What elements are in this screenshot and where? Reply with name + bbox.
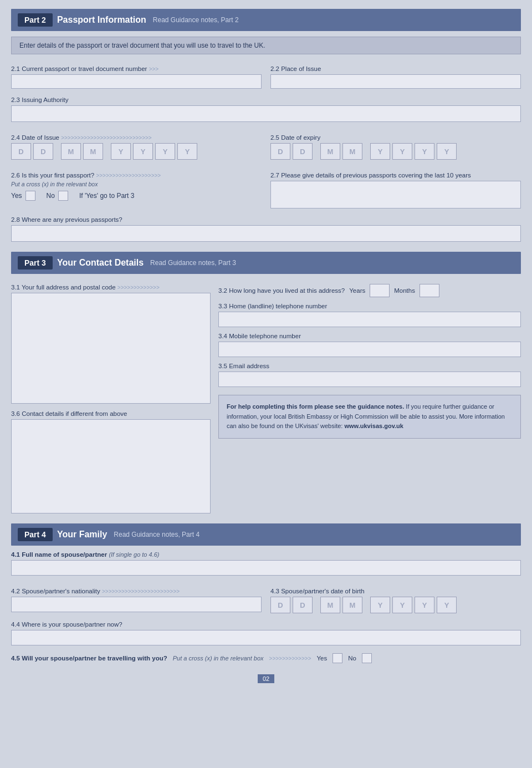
date-y4-2-4[interactable]: Y — [177, 143, 197, 160]
field-2-5-label: 2.5 Date of expiry — [270, 134, 521, 141]
arrows-4-5: >>>>>>>>>>>>> — [269, 655, 311, 662]
part4-badge: Part 4 — [18, 528, 53, 541]
field-3-2-row: 3.2 How long have you lived at this addr… — [218, 284, 521, 297]
part3-guidance: Read Guidance notes, Part 3 — [150, 259, 236, 267]
page-number: 02 — [258, 674, 274, 683]
date-d1-2-5[interactable]: D — [270, 143, 290, 160]
field-4-3-container: 4.3 Spouse/partner's date of birth D D M… — [270, 583, 521, 613]
input-4-2[interactable] — [11, 597, 262, 612]
no-label-2-6: No — [47, 192, 55, 200]
field-4-5-italic: Put a cross (x) in the relevant box — [173, 655, 264, 662]
date-m2-4-3[interactable]: M — [342, 597, 362, 613]
field-4-1-label: 4.1 Full name of spouse/partner (If sing… — [11, 551, 521, 558]
field-2-3-container: 2.3 Issuing Authority — [11, 96, 521, 122]
date-4-3: D D M M Y Y Y Y — [270, 597, 521, 613]
input-2-7[interactable] — [270, 181, 521, 208]
checkbox-row-2-6: Yes No If 'Yes' go to Part 3 — [11, 191, 262, 201]
field-2-4-container: 2.4 Date of Issue >>>>>>>>>>>>>>>>>>>>>>… — [11, 130, 262, 160]
field-4-5-container: 4.5 Will your spouse/partner be travelli… — [11, 653, 521, 663]
field-2-6-label: 2.6 Is this your first passport? >>>>>>>… — [11, 172, 262, 179]
field-2-1-container: 2.1 Current passport or travel document … — [11, 61, 262, 89]
field-4-4-container: 4.4 Where is your spouse/partner now? — [11, 621, 521, 645]
date-d2-4-3[interactable]: D — [293, 597, 313, 613]
input-3-1[interactable] — [11, 293, 211, 404]
page-number-container: 02 — [11, 674, 521, 683]
part3-title: Your Contact Details — [57, 258, 144, 268]
date-d1-4-3[interactable]: D — [270, 597, 290, 613]
date-y1-2-5[interactable]: Y — [370, 143, 390, 160]
field-3-3-label: 3.3 Home (landline) telephone number — [218, 303, 521, 309]
yes-checkbox-item: Yes — [11, 191, 35, 201]
field-2-3-label: 2.3 Issuing Authority — [11, 96, 521, 103]
row-2-1-2-2: 2.1 Current passport or travel document … — [11, 61, 521, 89]
if-yes-label: If 'Yes' go to Part 3 — [79, 192, 135, 200]
part3-header: Part 3 Your Contact Details Read Guidanc… — [11, 252, 521, 274]
info-banner-text: Enter details of the passport or travel … — [19, 42, 265, 49]
input-years[interactable] — [370, 284, 390, 297]
field-2-4-label: 2.4 Date of Issue >>>>>>>>>>>>>>>>>>>>>>… — [11, 134, 262, 141]
date-m1-4-3[interactable]: M — [320, 597, 340, 613]
help-box: For help completing this form please see… — [218, 395, 521, 439]
date-2-5: D D M M Y Y Y Y — [270, 143, 521, 160]
yes-label-2-6: Yes — [11, 192, 22, 200]
no-checkbox-2-6[interactable] — [58, 191, 68, 201]
input-3-6[interactable] — [11, 419, 211, 513]
info-banner: Enter details of the passport or travel … — [11, 37, 521, 54]
date-d1-2-4[interactable]: D — [11, 143, 31, 160]
field-2-5-container: 2.5 Date of expiry D D M M Y Y Y Y — [270, 130, 521, 160]
date-y3-2-5[interactable]: Y — [415, 143, 434, 160]
field-2-6-container: 2.6 Is this your first passport? >>>>>>>… — [11, 167, 262, 208]
input-4-1[interactable] — [11, 560, 521, 576]
part2-badge: Part 2 — [18, 13, 53, 27]
part2-header: Part 2 Passport Information Read Guidanc… — [11, 9, 521, 31]
field-3-5-label: 3.5 Email address — [218, 363, 521, 369]
date-y2-2-4[interactable]: Y — [133, 143, 153, 160]
arrows-2-6: >>>>>>>>>>>>>>>>>>>> — [96, 172, 161, 179]
date-y4-4-3[interactable]: Y — [437, 597, 457, 613]
arrows-4-2: >>>>>>>>>>>>>>>>>>>>>>>> — [102, 588, 180, 594]
date-d2-2-5[interactable]: D — [293, 143, 313, 160]
date-m1-2-5[interactable]: M — [320, 143, 340, 160]
input-2-1[interactable] — [11, 74, 262, 89]
field-4-1-sub: (If single go to 4.6) — [109, 551, 159, 558]
help-title: For help completing this form please see… — [227, 403, 404, 410]
yes-checkbox-2-6[interactable] — [25, 191, 35, 201]
input-4-4[interactable] — [11, 630, 521, 645]
input-3-5[interactable] — [218, 372, 521, 387]
field-3-3-container: 3.3 Home (landline) telephone number — [218, 303, 521, 327]
date-m2-2-4[interactable]: M — [83, 143, 103, 160]
date-y1-4-3[interactable]: Y — [370, 597, 390, 613]
date-d2-2-4[interactable]: D — [33, 143, 53, 160]
arrows-3-1: >>>>>>>>>>>>> — [117, 284, 160, 291]
input-3-4[interactable] — [218, 342, 521, 357]
arrows-2-4: >>>>>>>>>>>>>>>>>>>>>>>>>>>> — [61, 135, 152, 141]
part3-layout: 3.1 Your full address and postal code >>… — [11, 279, 521, 513]
date-m2-2-5[interactable]: M — [342, 143, 362, 160]
date-y2-2-5[interactable]: Y — [392, 143, 412, 160]
yes-checkbox-4-5[interactable] — [332, 653, 342, 663]
no-checkbox-4-5[interactable] — [362, 653, 372, 663]
field-3-4-container: 3.4 Mobile telephone number — [218, 333, 521, 357]
input-months[interactable] — [420, 284, 439, 297]
part3-left-col: 3.1 Your full address and postal code >>… — [11, 279, 211, 513]
field-2-8-label: 2.8 Where are any previous passports? — [11, 216, 521, 223]
field-2-8-container: 2.8 Where are any previous passports? — [11, 216, 521, 242]
input-2-8[interactable] — [11, 225, 521, 242]
date-y2-4-3[interactable]: Y — [392, 597, 412, 613]
input-2-2[interactable] — [270, 74, 521, 89]
date-y1-2-4[interactable]: Y — [111, 143, 131, 160]
date-y3-2-4[interactable]: Y — [155, 143, 175, 160]
date-y3-4-3[interactable]: Y — [415, 597, 434, 613]
date-y4-2-5[interactable]: Y — [437, 143, 457, 160]
date-m1-2-4[interactable]: M — [61, 143, 81, 160]
no-checkbox-item: No — [47, 191, 68, 201]
input-3-3[interactable] — [218, 312, 521, 327]
input-2-3[interactable] — [11, 105, 521, 122]
part4-header: Part 4 Your Family Read Guidance notes, … — [11, 523, 521, 546]
part2-title: Passport Information — [57, 15, 146, 25]
field-2-2-container: 2.2 Place of Issue — [270, 61, 521, 89]
field-2-2-label: 2.2 Place of Issue — [270, 65, 521, 72]
part3-badge: Part 3 — [18, 256, 53, 269]
yes-label-4-5: Yes — [316, 655, 327, 662]
row-4-2-4-3: 4.2 Spouse/partner's nationality >>>>>>>… — [11, 583, 521, 613]
